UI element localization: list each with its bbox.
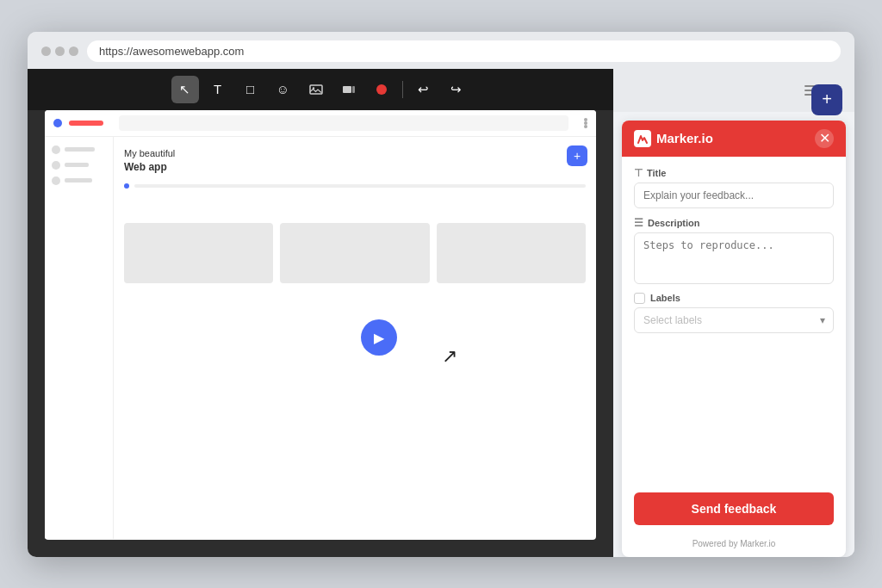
mockup-more-icon (584, 116, 587, 130)
browser-window: ↖ T □ ☺ (28, 32, 854, 557)
marker-footer: Powered by Marker.io (622, 534, 846, 557)
browser-dot-red (41, 46, 51, 56)
form-group-description: ☰ Description (634, 217, 834, 284)
mockup-cards (124, 223, 586, 283)
labels-row: Labels (634, 293, 834, 304)
mockup-search (119, 115, 568, 131)
mockup-card-3 (437, 223, 586, 283)
marker-close-button[interactable]: ✕ (815, 129, 834, 148)
tool-redact[interactable] (335, 76, 363, 103)
marker-logo-icon (634, 130, 651, 147)
marker-logo-text: Marker.io (656, 131, 713, 145)
annotation-toolbar: ↖ T □ ☺ (28, 69, 613, 110)
add-floating-button[interactable]: + (811, 84, 842, 115)
labels-select-wrapper: Select labels ▾ (634, 307, 834, 333)
screenshot-area: ↖ T □ ☺ (28, 69, 613, 557)
svg-rect-3 (352, 86, 355, 93)
browser-dot-yellow (55, 46, 65, 56)
mockup-body: My beautiful Web app + ▶ ↗ (45, 137, 596, 539)
browser-chrome (28, 32, 854, 69)
labels-checkbox[interactable] (634, 293, 645, 304)
tool-select[interactable]: ↖ (171, 76, 199, 103)
sidebar-line-1 (65, 147, 95, 152)
sidebar-line-2 (65, 163, 89, 167)
tool-emoji[interactable]: ☺ (270, 76, 297, 103)
marker-panel: ⋮ + Marker.io ✕ (613, 69, 854, 557)
labels-select[interactable]: Select labels (634, 307, 834, 333)
mockup-card-1 (124, 223, 273, 283)
description-label: ☰ Description (634, 217, 834, 229)
toolbar-divider (402, 81, 403, 98)
tool-text[interactable]: T (204, 76, 232, 103)
send-feedback-button[interactable]: Send feedback (634, 492, 834, 525)
sidebar-icon-2 (52, 161, 60, 170)
sidebar-item-mock-2 (52, 161, 106, 170)
form-group-labels: Labels Select labels ▾ (634, 293, 834, 333)
mockup-progress-row (124, 183, 586, 189)
tool-redo[interactable]: ↪ (443, 76, 470, 103)
mockup-main: My beautiful Web app + ▶ ↗ (114, 137, 596, 539)
address-bar[interactable] (87, 40, 841, 62)
sidebar-icon-3 (52, 176, 60, 185)
browser-dot-green (69, 46, 78, 56)
tool-rectangle[interactable]: □ (237, 76, 264, 103)
sidebar-item-mock-1 (52, 145, 106, 154)
browser-content: ↖ T □ ☺ (28, 69, 854, 557)
tool-record[interactable] (368, 76, 395, 103)
tool-image-upload[interactable] (302, 76, 330, 103)
title-label: ⊤ Title (634, 167, 834, 179)
browser-dots (41, 46, 78, 56)
mockup-logo-dot (53, 119, 62, 127)
form-group-title: ⊤ Title (634, 167, 834, 208)
marker-header: Marker.io ✕ (622, 121, 846, 157)
sidebar-icon-1 (52, 145, 60, 154)
marker-widget: Marker.io ✕ ⊤ Title (622, 121, 846, 557)
mockup-logo-line (69, 121, 103, 126)
sidebar-item-mock-3 (52, 176, 106, 185)
sidebar-line-3 (65, 178, 92, 183)
mockup-card-2 (280, 223, 429, 283)
description-textarea[interactable] (634, 232, 834, 284)
labels-label: Labels (650, 293, 680, 303)
title-input[interactable] (634, 183, 834, 208)
svg-rect-2 (343, 86, 351, 93)
play-button[interactable]: ▶ (361, 319, 397, 356)
description-label-icon: ☰ (634, 217, 643, 229)
title-label-icon: ⊤ (634, 167, 643, 179)
mockup-sidebar (45, 137, 114, 539)
mockup-add-button[interactable]: + (567, 145, 587, 166)
progress-bar (134, 184, 586, 188)
progress-dot (124, 183, 129, 189)
marker-logo: Marker.io (634, 130, 713, 147)
webpage-mockup: My beautiful Web app + ▶ ↗ (45, 110, 596, 540)
tool-undo[interactable]: ↩ (410, 76, 438, 103)
marker-form: ⊤ Title ☰ Description (622, 157, 846, 492)
mockup-topbar (45, 110, 596, 137)
cursor-icon: ↗ (442, 345, 457, 368)
mockup-page-title: My beautiful Web app (124, 147, 586, 175)
